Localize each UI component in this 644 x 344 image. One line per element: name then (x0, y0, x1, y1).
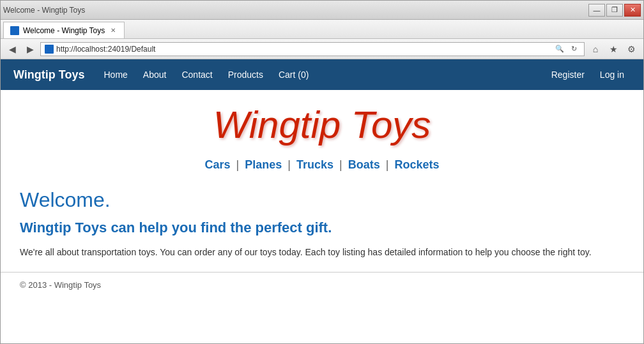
sep-2: | (288, 158, 291, 171)
tools-icon[interactable]: ⚙ (623, 41, 640, 57)
address-bar[interactable]: http://localhost:24019/Default 🔍 ↻ (40, 42, 585, 56)
nav-home[interactable]: Home (98, 67, 134, 82)
tab-bar: Welcome - Wingtip Toys ✕ (1, 20, 643, 39)
site-main-body: Welcome. Wingtip Toys can help you find … (1, 182, 643, 272)
restore-button[interactable]: ❐ (606, 4, 623, 17)
sep-4: | (386, 158, 389, 171)
close-button[interactable]: ✕ (624, 4, 641, 17)
address-actions: 🔍 ↻ (553, 43, 580, 56)
back-button[interactable]: ◀ (4, 41, 20, 57)
nav-products[interactable]: Products (222, 67, 270, 82)
minimize-button[interactable]: — (588, 4, 605, 17)
sep-3: | (339, 158, 342, 171)
category-nav: Cars | Planes | Trucks | Boats | Rockets (1, 153, 643, 182)
title-bar: Welcome - Wingtip Toys — ❐ ✕ (1, 1, 643, 20)
nav-about[interactable]: About (137, 67, 173, 82)
tab-close-button[interactable]: ✕ (109, 26, 118, 35)
forward-button[interactable]: ▶ (22, 41, 38, 57)
site-tagline: Wingtip Toys can help you find the perfe… (20, 220, 624, 236)
footer-text: © 2013 - Wingtip Toys (20, 280, 101, 290)
home-icon[interactable]: ⌂ (587, 41, 604, 57)
nav-login[interactable]: Log in (594, 67, 631, 82)
category-trucks[interactable]: Trucks (296, 158, 334, 171)
category-boats[interactable]: Boats (348, 158, 380, 171)
nav-register[interactable]: Register (545, 67, 591, 82)
browser-content: Wingtip Toys Home About Contact Products… (1, 59, 643, 343)
site-description: We're all about transportation toys. You… (20, 245, 624, 259)
search-button[interactable]: 🔍 (553, 43, 566, 56)
nav-cart[interactable]: Cart (0) (272, 67, 315, 82)
site-brand[interactable]: Wingtip Toys (13, 68, 85, 82)
refresh-button[interactable]: ↻ (567, 43, 580, 56)
active-tab[interactable]: Welcome - Wingtip Toys ✕ (3, 22, 125, 38)
window-title: Welcome - Wingtip Toys (3, 6, 85, 15)
window-controls: — ❐ ✕ (588, 4, 641, 17)
site-content: Wingtip Toys Cars | Planes | Trucks | Bo… (1, 90, 643, 343)
site-logo: Wingtip Toys (213, 103, 431, 147)
tab-label: Welcome - Wingtip Toys (23, 26, 105, 35)
tab-favicon (10, 26, 19, 35)
address-bar-row: ◀ ▶ http://localhost:24019/Default 🔍 ↻ ⌂… (1, 39, 643, 59)
category-cars[interactable]: Cars (204, 158, 230, 171)
browser-window: Welcome - Wingtip Toys — ❐ ✕ Welcome - W… (0, 0, 644, 344)
browser-toolbar: ⌂ ★ ⚙ (587, 41, 640, 57)
site-navbar: Wingtip Toys Home About Contact Products… (1, 59, 643, 90)
welcome-heading: Welcome. (20, 188, 624, 212)
site-icon (45, 45, 54, 54)
url-text: http://localhost:24019/Default (56, 45, 551, 54)
site-header: Wingtip Toys (1, 90, 643, 153)
sep-1: | (236, 158, 240, 171)
category-rockets[interactable]: Rockets (394, 158, 439, 171)
category-planes[interactable]: Planes (245, 158, 282, 171)
site-footer: © 2013 - Wingtip Toys (1, 272, 643, 297)
nav-contact[interactable]: Contact (175, 67, 218, 82)
site-nav-links: Home About Contact Products Cart (0) (98, 67, 545, 82)
site-nav-right: Register Log in (545, 67, 631, 82)
favorites-icon[interactable]: ★ (605, 41, 622, 57)
